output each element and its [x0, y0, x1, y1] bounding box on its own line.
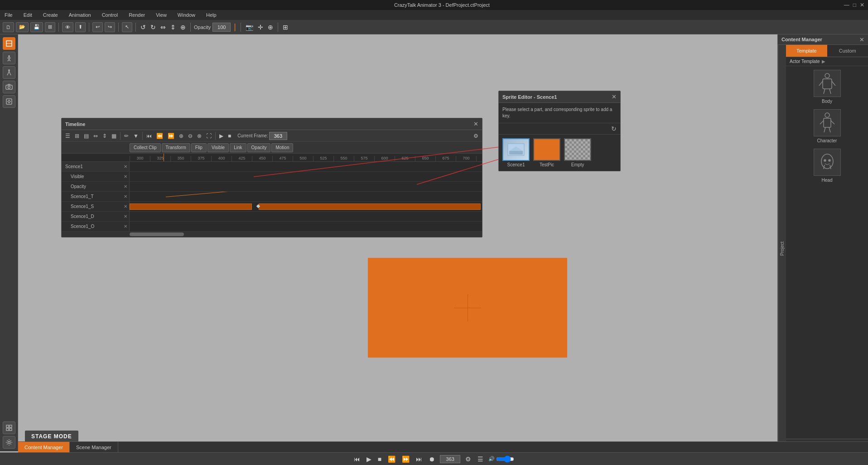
export-button[interactable]: ⬆ — [75, 22, 86, 32]
track-area-opacity[interactable] — [130, 182, 482, 191]
track-close-scence1-o[interactable]: ✕ — [124, 224, 127, 229]
tl-fullscreen-icon[interactable]: ⛶ — [204, 133, 213, 139]
opacity-button[interactable]: Opacity — [247, 143, 271, 152]
track-close-visible[interactable]: ✕ — [124, 174, 127, 179]
move-icon[interactable]: ✛ — [256, 24, 265, 31]
track-close-scence1-t[interactable]: ✕ — [124, 194, 127, 199]
cm-thumb-head[interactable] — [814, 149, 841, 176]
window-controls[interactable]: — □ ✕ — [844, 2, 864, 8]
play-to-start-button[interactable]: ⏮ — [352, 455, 362, 463]
tl-prev-icon[interactable]: ⏮ — [145, 133, 154, 139]
track-area-scence1-d[interactable] — [130, 212, 482, 221]
close-button[interactable]: ✕ — [860, 2, 864, 8]
timeline-hscrollbar[interactable] — [62, 232, 482, 237]
tl-stop-icon[interactable]: ■ — [226, 133, 233, 139]
sprite-item-testpic[interactable]: TestPic — [533, 138, 560, 167]
tool5-icon[interactable]: ⊕ — [179, 24, 187, 31]
track-close-scence1-s[interactable]: ✕ — [124, 204, 127, 209]
sidebar-walk-icon[interactable] — [3, 66, 15, 79]
link-button[interactable]: Link — [230, 143, 246, 152]
undo-button[interactable]: ↩ — [92, 22, 103, 32]
minimize-button[interactable]: — — [844, 2, 849, 8]
motion-button[interactable]: Motion — [271, 143, 293, 152]
save-as-button[interactable]: ⊞ — [45, 22, 55, 32]
timeline-close-button[interactable]: ✕ — [473, 121, 478, 127]
redo-button[interactable]: ↪ — [105, 22, 115, 32]
opacity-input[interactable] — [212, 23, 231, 32]
volume-icon[interactable]: 🔊 — [488, 456, 495, 462]
tl-zoom-out-icon[interactable]: ⊖ — [186, 133, 194, 139]
select-button[interactable]: ↖ — [122, 22, 132, 32]
save-button[interactable]: 💾 — [30, 22, 43, 32]
track-area-scence1[interactable] — [130, 162, 482, 171]
tl-zoom-in-icon[interactable]: ⊕ — [177, 133, 185, 139]
sprite-thumb-scence1[interactable] — [502, 138, 530, 161]
open-button[interactable]: 📂 — [16, 22, 29, 32]
track-close-scence1[interactable]: ✕ — [124, 164, 127, 169]
menu-render[interactable]: Render — [126, 11, 148, 19]
sprite-item-empty[interactable]: Empty — [564, 138, 591, 167]
tl-settings-icon[interactable]: ⚙ — [472, 133, 480, 139]
tl-collapse-icon[interactable]: ⇕ — [101, 133, 109, 139]
tl-step-fwd-icon[interactable]: ⏩ — [166, 133, 176, 139]
step-forward-button[interactable]: ⏩ — [400, 455, 411, 463]
tl-list-icon[interactable]: ☰ — [63, 133, 72, 139]
menu-window[interactable]: Window — [175, 11, 198, 19]
tl-down-icon[interactable]: ▼ — [131, 133, 140, 139]
tl-add-icon[interactable]: ⊞ — [73, 133, 81, 139]
tab-content-manager[interactable]: Content Manager — [18, 442, 70, 452]
step-back-button[interactable]: ⏪ — [386, 455, 397, 463]
new-button[interactable]: 🗋 — [3, 22, 14, 32]
collect-clip-button[interactable]: Collect Clip — [130, 143, 161, 152]
cm-item-character[interactable]: Character — [790, 109, 864, 143]
menu-edit[interactable]: Edit — [21, 11, 35, 19]
sprite-editor-close-button[interactable]: ✕ — [612, 93, 617, 100]
cm-tab-template[interactable]: Template — [786, 45, 827, 57]
menu-create[interactable]: Create — [40, 11, 61, 19]
flip-button[interactable]: Flip — [191, 143, 207, 152]
cm-thumb-character[interactable] — [814, 109, 841, 136]
play-button[interactable]: ▶ — [365, 455, 373, 463]
grid-icon[interactable]: ⊞ — [281, 24, 289, 31]
sprite-item-scence1[interactable]: Scence1 — [502, 138, 530, 167]
sprite-thumb-testpic[interactable] — [533, 138, 560, 161]
se-refresh-button[interactable]: ↻ — [611, 125, 617, 132]
tl-option-icon[interactable]: ▦ — [110, 133, 118, 139]
record-button[interactable]: ⏺ — [427, 455, 436, 463]
stop-button[interactable]: ■ — [376, 455, 383, 463]
list-icon[interactable]: ☰ — [476, 455, 485, 463]
menu-animation[interactable]: Animation — [66, 11, 94, 19]
cm-thumb-body[interactable] — [814, 70, 841, 97]
cam-icon[interactable]: 📷 — [244, 24, 255, 31]
cm-project-tab[interactable]: Project — [778, 45, 786, 452]
cm-close-button[interactable]: ✕ — [859, 36, 864, 43]
tl-pencil-icon[interactable]: ✏ — [122, 133, 130, 139]
visible-button[interactable]: Visible — [207, 143, 229, 152]
sidebar-camera-icon[interactable] — [3, 81, 15, 93]
tl-expand-icon[interactable]: ⇔ — [92, 133, 100, 139]
settings-icon[interactable]: ⚙ — [464, 455, 473, 463]
menu-help[interactable]: Help — [203, 11, 219, 19]
tl-step-back-icon[interactable]: ⏪ — [154, 133, 165, 139]
sidebar-scene-icon[interactable] — [3, 37, 15, 50]
sidebar-grid-icon[interactable] — [3, 421, 15, 434]
sidebar-settings-icon[interactable] — [3, 436, 15, 449]
track-area-scence1-t[interactable] — [130, 192, 482, 201]
track-bar-s-2[interactable] — [259, 203, 481, 210]
track-close-scence1-d[interactable]: ✕ — [124, 214, 127, 219]
scene-object[interactable] — [368, 258, 567, 358]
transform-button[interactable]: Transform — [162, 143, 190, 152]
flip-h-icon[interactable]: ⇔ — [159, 24, 167, 31]
current-frame-input[interactable] — [269, 132, 287, 140]
track-area-visible[interactable] — [130, 172, 482, 181]
bottom-frame-input[interactable] — [440, 455, 460, 463]
cm-item-head[interactable]: Head — [790, 149, 864, 183]
track-bar-s-1[interactable] — [130, 203, 252, 210]
cm-tab-custom[interactable]: Custom — [827, 45, 868, 57]
track-close-opacity[interactable]: ✕ — [124, 184, 127, 189]
menu-control[interactable]: Control — [99, 11, 121, 19]
rotate-right-icon[interactable]: ↻ — [149, 24, 157, 31]
track-area-scence1-o[interactable] — [130, 222, 482, 231]
tl-zoom-fit-icon[interactable]: ⊗ — [195, 133, 203, 139]
timeline-hscrollbar-thumb[interactable] — [130, 232, 184, 236]
